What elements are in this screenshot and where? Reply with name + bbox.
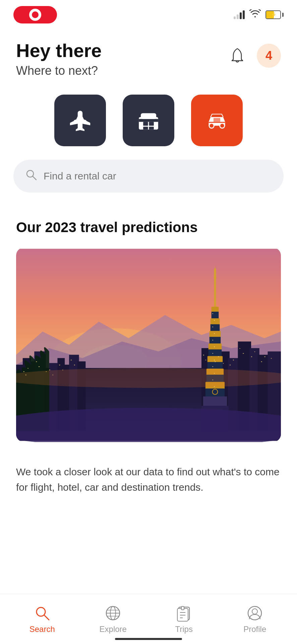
svg-rect-72 — [243, 353, 244, 354]
svg-point-93 — [37, 607, 45, 616]
rental-car-search-input[interactable] — [44, 170, 272, 182]
trips-nav-icon — [175, 604, 193, 622]
svg-rect-82 — [213, 340, 213, 340]
description-text: We took a closer look at our data to fin… — [0, 452, 297, 509]
svg-rect-50 — [203, 396, 227, 407]
svg-rect-70 — [233, 360, 234, 360]
header-greeting: Hey there Where to next? — [16, 40, 102, 78]
nav-item-explore[interactable]: Explore — [78, 604, 149, 634]
cars-button[interactable] — [191, 95, 243, 146]
profile-nav-icon — [246, 604, 263, 622]
svg-rect-39 — [211, 324, 220, 331]
svg-point-106 — [252, 609, 257, 614]
profile-nav-label: Profile — [243, 625, 266, 634]
notification-badge[interactable]: 4 — [257, 44, 281, 68]
svg-rect-2 — [141, 113, 156, 119]
flights-button[interactable] — [54, 95, 106, 146]
greeting-text: Hey there — [16, 40, 102, 61]
app-indicator — [13, 6, 57, 23]
svg-rect-54 — [28, 368, 28, 369]
search-bar-container — [0, 156, 297, 203]
svg-rect-86 — [213, 366, 213, 367]
svg-point-92 — [16, 368, 281, 388]
svg-rect-64 — [203, 355, 204, 355]
nav-item-search[interactable]: Search — [7, 604, 78, 634]
svg-rect-81 — [214, 333, 215, 334]
svg-rect-1 — [139, 119, 158, 122]
svg-rect-56 — [39, 366, 40, 367]
svg-rect-73 — [251, 356, 252, 357]
record-icon — [29, 9, 41, 21]
svg-rect-49 — [205, 388, 225, 397]
wifi-icon — [249, 9, 261, 20]
svg-rect-37 — [212, 312, 219, 319]
svg-rect-77 — [271, 358, 272, 359]
explore-nav-label: Explore — [100, 625, 127, 634]
search-bar[interactable] — [13, 160, 284, 193]
svg-rect-42 — [209, 343, 222, 350]
svg-point-11 — [27, 170, 34, 177]
svg-rect-6 — [149, 126, 154, 129]
status-bar: ⚡ — [0, 0, 297, 27]
svg-rect-65 — [205, 360, 206, 360]
svg-rect-78 — [213, 313, 213, 314]
explore-nav-icon — [104, 604, 122, 622]
svg-rect-84 — [213, 353, 213, 354]
svg-rect-63 — [74, 365, 75, 365]
service-buttons — [0, 88, 297, 156]
home-indicator — [115, 638, 182, 640]
nav-item-trips[interactable]: Trips — [148, 604, 220, 634]
status-left — [13, 6, 57, 23]
status-right: ⚡ — [234, 9, 284, 20]
svg-rect-5 — [143, 126, 148, 129]
svg-rect-40 — [210, 331, 221, 337]
svg-rect-85 — [214, 360, 215, 360]
svg-rect-67 — [218, 356, 219, 357]
svg-rect-62 — [71, 360, 72, 360]
svg-rect-71 — [240, 348, 240, 348]
svg-point-91 — [16, 408, 281, 442]
svg-rect-68 — [223, 363, 224, 364]
search-magnifier-icon — [25, 169, 37, 183]
svg-rect-104 — [181, 606, 184, 610]
header-actions: 4 — [227, 44, 281, 68]
description-content: We took a closer look at our data to fin… — [16, 466, 280, 493]
svg-rect-75 — [261, 361, 262, 362]
battery-icon: ⚡ — [265, 10, 284, 19]
svg-rect-38 — [211, 318, 220, 325]
header: Hey there Where to next? 4 — [0, 27, 297, 88]
svg-rect-41 — [210, 337, 221, 344]
hotels-button[interactable] — [123, 95, 174, 146]
svg-rect-43 — [209, 349, 222, 357]
svg-rect-45 — [207, 362, 223, 369]
svg-point-7 — [209, 123, 214, 128]
subgreeting-text: Where to next? — [16, 64, 102, 78]
search-nav-label: Search — [29, 625, 55, 634]
svg-rect-74 — [254, 351, 255, 352]
svg-rect-4 — [149, 122, 154, 126]
svg-rect-52 — [23, 371, 24, 372]
svg-rect-10 — [214, 118, 220, 122]
svg-rect-3 — [143, 122, 148, 126]
bottom-navigation: Search Explore Trips — [0, 594, 297, 644]
nav-item-profile[interactable]: Profile — [220, 604, 291, 634]
search-nav-icon — [34, 604, 51, 622]
svg-rect-60 — [59, 365, 60, 365]
svg-rect-66 — [215, 361, 216, 362]
signal-icon — [234, 10, 245, 19]
svg-rect-80 — [213, 326, 213, 327]
svg-rect-55 — [36, 361, 37, 362]
predictions-title: Our 2023 travel predictions — [16, 219, 281, 235]
svg-rect-83 — [214, 346, 215, 347]
svg-rect-9 — [209, 122, 225, 123]
city-image — [16, 248, 281, 442]
svg-rect-58 — [49, 370, 50, 370]
svg-rect-76 — [264, 356, 265, 357]
trips-nav-label: Trips — [175, 625, 193, 634]
svg-rect-69 — [230, 365, 231, 365]
notifications-button[interactable] — [227, 45, 247, 66]
svg-rect-79 — [214, 320, 215, 321]
svg-point-8 — [220, 123, 225, 128]
predictions-section: Our 2023 travel predictions — [0, 203, 297, 452]
